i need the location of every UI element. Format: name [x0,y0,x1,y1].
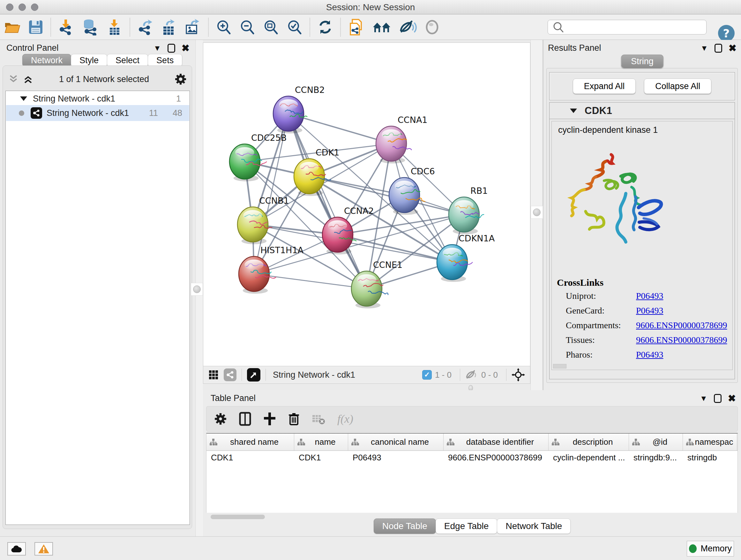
column-header-canonical-name[interactable]: canonical name [348,434,444,450]
crosslink-link[interactable]: 9606.ENSP00000378699 [636,335,727,345]
edge-CDK1-RB1[interactable] [309,176,464,214]
import-network-database-button[interactable] [80,17,100,37]
column-header-name[interactable]: name [294,434,348,450]
column-header-description[interactable]: description [549,434,629,450]
node-CCNA2[interactable] [322,217,356,254]
node-label: CDKN1A [459,233,495,243]
export-image-button[interactable] [183,17,202,37]
hidden-elements-icon[interactable] [465,369,478,380]
panel-minimize-icon[interactable]: ▼ [700,44,708,53]
table-settings-gear-icon[interactable] [214,413,227,425]
collapse-all-icon[interactable] [8,74,19,84]
panel-float-icon[interactable] [714,394,722,403]
open-session-button[interactable] [3,18,22,36]
expand-all-icon[interactable] [23,74,33,84]
protein-structure-image [563,149,669,257]
tab-edge-table[interactable]: Edge Table [435,518,497,534]
panel-float-icon[interactable] [715,44,722,53]
eye-slash-icon [399,19,417,35]
pan-crosshair-icon[interactable] [512,368,525,381]
cell[interactable]: CDK1 [294,451,348,465]
add-row-plus-icon[interactable] [263,412,276,426]
collapse-section-icon[interactable] [570,109,577,113]
zoom-fit-icon [263,19,279,35]
zoom-in-button[interactable] [214,18,233,37]
network-share-view-icon[interactable] [224,368,237,381]
tab-sets[interactable]: Sets [148,54,182,67]
column-header-namespac[interactable]: namespac [683,434,737,450]
protein-card-header[interactable]: CDK1 [549,103,735,119]
search-input[interactable] [566,21,706,34]
import-table-button[interactable] [105,17,124,37]
save-session-button[interactable] [27,18,45,36]
column-header-@id[interactable]: @id [629,434,683,450]
collapse-all-button[interactable]: Collapse All [644,78,711,94]
selected-nodes-checkbox[interactable]: ✓ [422,370,432,380]
control-panel-title: Control Panel [6,43,153,53]
warnings-button[interactable] [35,542,53,556]
node-CCNB2[interactable] [273,96,307,133]
edge-CCNB2-CCNE1[interactable] [288,114,367,289]
hide-labels-button[interactable] [398,18,418,36]
edge-CCNB2-CCNA1[interactable] [288,114,391,144]
crosslink-link[interactable]: P06493 [636,306,664,316]
tab-select[interactable]: Select [107,54,148,67]
cell[interactable]: P06493 [348,451,444,465]
table-row[interactable]: CDK1CDK1P064939606.ENSP00000378699cyclin… [206,451,738,465]
tab-network[interactable]: Network [22,54,71,67]
memory-button[interactable]: Memory [687,541,734,557]
import-network-icon [58,19,74,36]
cell[interactable]: CDK1 [206,451,294,465]
cell[interactable]: stringdb:9... [629,451,683,465]
node-RB1[interactable] [449,197,484,234]
grid-view-icon[interactable] [208,370,219,380]
node-HIST1H1A[interactable] [239,256,276,294]
panel-minimize-icon[interactable]: ▼ [700,394,708,403]
panel-close-icon[interactable]: ✖ [728,393,736,404]
node-CDKN1A[interactable] [437,245,473,282]
tab-string[interactable]: String [621,55,664,68]
zoom-selected-button[interactable] [285,18,304,37]
column-header-database-identifier[interactable]: database identifier [444,434,549,450]
cell[interactable]: cyclin-dependent ... [549,451,629,465]
zoom-fit-button[interactable] [262,18,280,37]
tab-network-table[interactable]: Network Table [497,518,570,534]
clone-network-button[interactable] [347,17,366,37]
import-network-file-button[interactable] [57,17,75,37]
right-splitter-handle[interactable] [531,206,543,219]
cloud-status-button[interactable] [7,542,26,556]
add-column-icon[interactable] [239,412,251,426]
node-CDK1[interactable] [294,159,331,196]
export-table-button[interactable] [159,17,178,37]
birds-eye-view-icon[interactable] [247,368,260,381]
cell[interactable]: 9606.ENSP00000378699 [444,451,549,465]
results-hscroll-thumb[interactable] [553,364,566,368]
crosslink-link[interactable]: P06493 [636,350,664,360]
delete-trash-icon[interactable] [288,412,300,426]
expand-all-button[interactable]: Expand All [573,78,636,94]
gear-icon[interactable] [175,73,187,85]
tab-node-table[interactable]: Node Table [374,518,436,534]
edge-CCNE1-HIST1H1A[interactable] [254,274,367,289]
string-home-button[interactable] [371,19,393,36]
help-button[interactable]: ? [718,25,735,42]
tree-expand-icon[interactable] [20,97,27,101]
cell[interactable]: stringdb [683,451,737,465]
crosslink-link[interactable]: P06493 [636,291,664,301]
tab-style[interactable]: Style [71,54,107,67]
panel-close-icon[interactable]: ✖ [182,43,190,54]
panel-minimize-icon[interactable]: ▼ [153,44,161,53]
show-graphics-details-button[interactable] [423,18,441,36]
crosslink-link[interactable]: 9606.ENSP00000378699 [636,320,727,330]
left-splitter-handle[interactable] [191,283,203,296]
network-canvas[interactable]: CCNB2CCNA1CDC25BCDK1CDC6RB1CCNB1CCNA2CDK… [203,43,530,366]
export-network-button[interactable] [136,17,154,37]
column-header-shared-name[interactable]: shared name [206,434,294,450]
panel-close-icon[interactable]: ✖ [729,43,737,54]
zoom-out-button[interactable] [238,18,257,37]
node-CDC25B[interactable] [229,144,267,181]
panel-float-icon[interactable] [167,44,175,53]
refresh-button[interactable] [316,18,334,37]
network-row-selected[interactable]: String Network - cdk1 11 48 [6,105,189,121]
network-collection-row[interactable]: String Network - cdk1 1 [6,92,189,105]
